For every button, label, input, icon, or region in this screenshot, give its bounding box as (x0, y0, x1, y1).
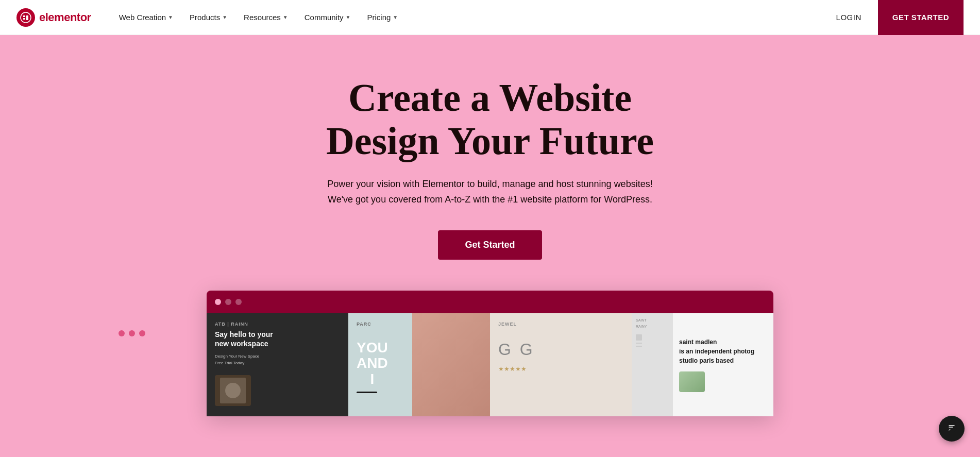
panel-saint-sidebar: SAINT RAINY (632, 313, 673, 416)
get-started-nav-button[interactable]: GET STARTED (878, 0, 964, 35)
panel-saint-content: saint madlenis an independent photogstud… (673, 313, 773, 416)
chat-button[interactable] (939, 416, 965, 442)
chevron-down-icon: ▼ (222, 14, 227, 20)
panel-you-and-i: PARC YOUANDI (348, 313, 490, 416)
svg-rect-1 (23, 15, 25, 17)
nav-item-pricing[interactable]: Pricing ▼ (360, 10, 405, 25)
panel-workspace-subtext: Design Your New SpaceFree Trial Today (215, 353, 259, 367)
nav-links: Web Creation ▼ Products ▼ Resources ▼ Co… (112, 10, 824, 25)
logo[interactable]: elementor (16, 8, 91, 27)
browser-dot-3 (235, 299, 242, 305)
browser-dot-1 (215, 299, 221, 305)
panel-saint: SAINT RAINY saint madlenis an independen… (632, 313, 773, 416)
nav-right: LOGIN GET STARTED (824, 0, 964, 35)
browser-content: ATB | RAINN Say hello to yournew workspa… (207, 313, 773, 416)
svg-point-0 (21, 12, 31, 23)
carousel-dots (119, 330, 145, 336)
login-button[interactable]: LOGIN (824, 9, 874, 26)
chevron-down-icon: ▼ (283, 14, 288, 20)
dot-1[interactable] (119, 330, 125, 336)
panel-workspace-heading: Say hello to yournew workspace (215, 330, 273, 348)
panel-saint-text: saint madlenis an independent photogstud… (679, 337, 767, 365)
navbar: elementor Web Creation ▼ Products ▼ Reso… (0, 0, 980, 35)
hero-title: Create a Website Design Your Future (326, 76, 654, 162)
panel-jewel-stars: ★★★★★ (498, 365, 527, 373)
dot-2[interactable] (129, 330, 135, 336)
panel-jewel-label: JEWEL (498, 321, 517, 327)
hero-subtitle: Power your vision with Elementor to buil… (327, 177, 652, 207)
chevron-down-icon: ▼ (168, 14, 173, 20)
nav-item-products[interactable]: Products ▼ (182, 10, 234, 25)
chevron-down-icon: ▼ (346, 14, 351, 20)
panel-youandi-heading: YOUANDI (357, 340, 388, 387)
logo-icon (16, 8, 35, 27)
browser-mockup: ATB | RAINN Say hello to yournew workspa… (207, 291, 773, 416)
browser-dot-2 (225, 299, 231, 305)
panel-youandi-bar (357, 392, 377, 393)
nav-item-resources[interactable]: Resources ▼ (236, 10, 295, 25)
svg-rect-3 (26, 15, 28, 20)
chat-icon (945, 421, 958, 436)
hero-section: Create a Website Design Your Future Powe… (0, 35, 980, 457)
panel-workspace-label: ATB | RAINN (215, 321, 248, 327)
hero-cta-button[interactable]: Get Started (438, 230, 542, 260)
dot-3[interactable] (139, 330, 145, 336)
browser-bar (207, 291, 773, 313)
panel-workspace: ATB | RAINN Say hello to yournew workspa… (207, 313, 348, 416)
nav-item-web-creation[interactable]: Web Creation ▼ (112, 10, 180, 25)
panel-saint-green-image (679, 371, 705, 392)
panel-youandi-label: PARC (357, 321, 371, 327)
logo-text: elementor (39, 11, 91, 24)
panel-jewel-letters: G G (498, 340, 535, 359)
svg-rect-2 (23, 18, 25, 20)
chevron-down-icon: ▼ (393, 14, 398, 20)
nav-item-community[interactable]: Community ▼ (297, 10, 358, 25)
panel-jewel: JEWEL G G ★★★★★ (490, 313, 632, 416)
